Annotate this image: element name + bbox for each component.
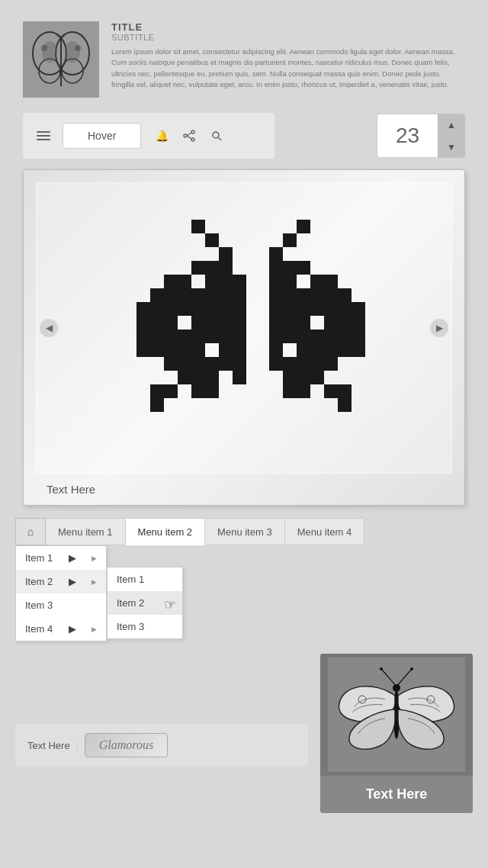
dropdown-item-1[interactable]: Item 1 ▶	[16, 546, 106, 570]
svg-rect-76	[164, 384, 178, 398]
text-label: Text Here	[27, 740, 70, 751]
cd-nav-left-arrow[interactable]: ◀	[40, 319, 58, 337]
svg-rect-90	[352, 302, 365, 316]
svg-rect-91	[338, 302, 352, 316]
butterfly-card-image	[320, 654, 473, 776]
nav-home-button[interactable]: ⌂	[15, 518, 46, 545]
svg-rect-67	[191, 357, 205, 371]
svg-rect-95	[283, 288, 297, 302]
svg-point-143	[410, 667, 413, 670]
toolbar-section: Hover 🔔 23 ▲ ▼	[0, 113, 488, 159]
svg-rect-103	[352, 330, 365, 343]
svg-rect-117	[324, 357, 338, 371]
svg-point-12	[191, 130, 194, 133]
svg-rect-36	[191, 288, 205, 302]
svg-rect-96	[269, 288, 283, 302]
svg-rect-97	[352, 316, 365, 330]
chevron-right-icon-3: ▶	[69, 623, 76, 635]
svg-rect-58	[136, 343, 150, 357]
svg-rect-109	[338, 330, 352, 343]
svg-rect-48	[191, 316, 205, 330]
dropdown-item-4[interactable]: Item 4 ▶	[16, 617, 106, 641]
cd-nav-right-arrow[interactable]: ▶	[430, 319, 448, 337]
spinner-buttons: ▲ ▼	[438, 114, 465, 158]
bell-icon[interactable]: 🔔	[153, 127, 170, 144]
svg-point-142	[380, 667, 383, 670]
glamorous-button[interactable]: Glamorous	[85, 733, 168, 757]
svg-rect-39	[150, 302, 164, 316]
svg-point-14	[184, 134, 187, 137]
svg-rect-65	[164, 357, 178, 371]
svg-line-16	[187, 136, 191, 139]
svg-rect-72	[205, 371, 219, 384]
svg-rect-57	[150, 330, 164, 343]
cd-caption: Text Here	[36, 474, 452, 505]
svg-rect-28	[178, 275, 191, 288]
nav-item-2[interactable]: Menu item 2	[126, 518, 206, 545]
svg-line-15	[187, 133, 191, 136]
svg-rect-60	[164, 343, 178, 357]
toolbar-box: Hover 🔔	[23, 113, 274, 159]
svg-rect-100	[297, 316, 310, 330]
svg-point-9	[65, 41, 80, 63]
svg-rect-25	[233, 357, 246, 371]
svg-point-11	[75, 45, 81, 51]
svg-rect-24	[233, 343, 246, 357]
spinner-value: 23	[377, 114, 438, 158]
pixel-butterfly	[37, 183, 451, 473]
svg-rect-84	[269, 275, 283, 288]
svg-rect-35	[178, 288, 191, 302]
dropdown-sub-item-2[interactable]: Item 2 ☞	[108, 591, 182, 615]
svg-rect-98	[338, 316, 352, 330]
svg-rect-107	[283, 316, 297, 330]
svg-rect-82	[283, 261, 297, 275]
dropdown-area: Item 1 ▶ Item 2 ▶ Item 3 Item 4 ▶ Item 1…	[15, 545, 473, 641]
svg-rect-56	[219, 316, 233, 330]
dropdown-item-3[interactable]: Item 3	[16, 593, 106, 617]
svg-rect-120	[283, 357, 297, 371]
svg-rect-115	[283, 330, 297, 343]
svg-point-8	[42, 41, 57, 63]
svg-rect-70	[178, 371, 191, 384]
svg-rect-81	[297, 261, 310, 275]
svg-rect-31	[219, 261, 233, 275]
svg-rect-51	[136, 330, 150, 343]
svg-rect-113	[310, 343, 324, 357]
svg-rect-50	[219, 302, 233, 316]
svg-rect-101	[283, 302, 297, 316]
svg-rect-112	[324, 343, 338, 357]
article-subtitle: SUBTITLE	[111, 33, 465, 42]
svg-rect-87	[310, 288, 324, 302]
spinner-down-button[interactable]: ▼	[438, 136, 465, 158]
svg-point-17	[213, 132, 219, 138]
svg-rect-86	[324, 288, 338, 302]
svg-rect-75	[205, 384, 219, 398]
svg-rect-85	[338, 288, 352, 302]
dropdown-menu-secondary: Item 1 Item 2 ☞ Item 3	[107, 567, 183, 639]
svg-rect-41	[178, 302, 191, 316]
svg-rect-26	[233, 371, 246, 384]
svg-rect-134	[269, 247, 283, 261]
svg-rect-49	[205, 302, 219, 316]
menu-icon[interactable]	[37, 131, 50, 140]
nav-item-4[interactable]: Menu item 4	[285, 518, 365, 545]
svg-rect-116	[269, 330, 283, 343]
article-content: TITLE SUBTITLE Lorem ipsum dolor sit ame…	[111, 21, 465, 90]
nav-item-3[interactable]: Menu item 3	[205, 518, 285, 545]
svg-rect-63	[205, 330, 219, 343]
share-icon[interactable]	[181, 127, 197, 144]
search-icon[interactable]	[208, 127, 225, 144]
dropdown-sub-item-3[interactable]: Item 3	[108, 615, 182, 638]
svg-rect-79	[324, 275, 338, 288]
nav-item-1[interactable]: Menu item 1	[46, 518, 126, 545]
svg-rect-106	[297, 330, 310, 343]
svg-rect-83	[269, 261, 283, 275]
dropdown-sub-item-1[interactable]: Item 1	[108, 567, 182, 591]
hover-button[interactable]: Hover	[63, 123, 141, 149]
dropdown-item-2[interactable]: Item 2 ▶	[16, 570, 106, 593]
dropdown-menu-primary: Item 1 ▶ Item 2 ▶ Item 3 Item 4 ▶	[15, 545, 107, 641]
spinner-up-button[interactable]: ▲	[438, 114, 465, 136]
article-body: Lorem ipsum dolor sit amet, consectetur …	[111, 47, 465, 90]
svg-point-10	[41, 45, 47, 51]
svg-rect-135	[283, 233, 297, 247]
